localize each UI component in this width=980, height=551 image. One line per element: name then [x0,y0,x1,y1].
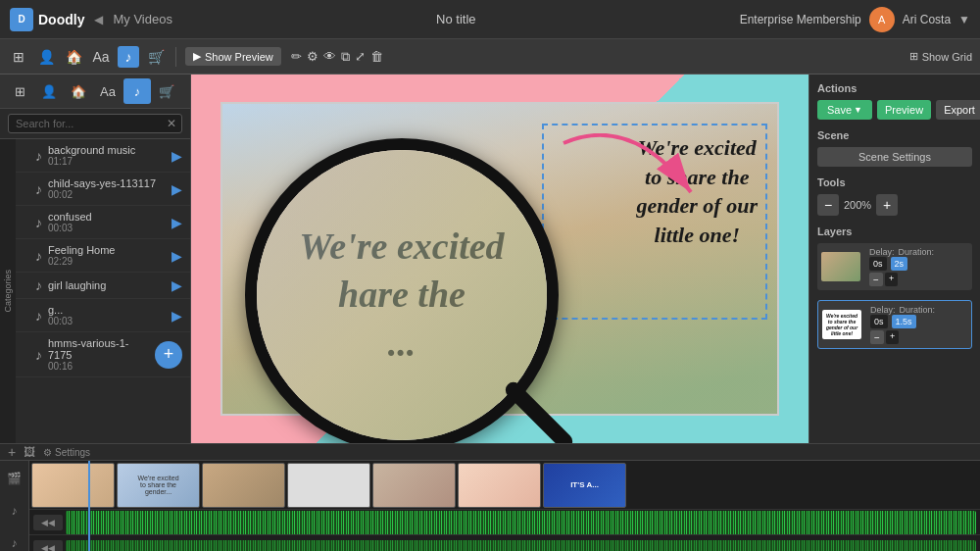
timeline-image-icon[interactable]: 🖼 [24,445,35,459]
play-icon[interactable]: ▶ [172,248,182,264]
user-menu-icon[interactable]: ▼ [958,13,970,26]
layer-item-1[interactable]: Delay: Duration: 0s 2s − + [817,243,972,290]
audio-track-icon-1: ♪ [12,504,18,518]
waveform-visual-1 [66,511,976,534]
export-button[interactable]: Export [936,100,980,120]
props-icon[interactable]: 🏠 [63,46,84,68]
audio-name: g... [48,304,166,316]
sidebar-text-icon[interactable]: Aa [94,78,122,104]
save-button[interactable]: Save ▼ [817,100,872,120]
play-icon[interactable]: ▶ [172,181,182,197]
my-videos-link[interactable]: My Videos [113,12,172,26]
sidebar-person-icon[interactable]: 👤 [35,78,63,104]
timeline-tracks[interactable]: We're excitedto share thegender... IT'S … [29,461,980,551]
track-controls-2: ◀◀ [33,540,63,552]
layer-values-2: 0s 1.5s [870,315,967,328]
layer-duration-box-2[interactable]: 1.5s [892,315,916,328]
layer-step-minus-1[interactable]: − [869,273,883,286]
music-icon[interactable]: ♪ [118,46,139,68]
page-title[interactable]: No title [182,12,730,26]
audio-time: 01:17 [48,156,166,167]
scene-thumb-6[interactable] [458,463,541,508]
play-icon[interactable]: ▶ [172,308,182,324]
audio-name: girl laughing [48,279,166,291]
layer-row-2: We're excited to share the gender of our… [822,305,967,344]
characters-icon[interactable]: 👤 [35,46,57,68]
canvas-tools: ✏ ⚙ 👁 ⧉ ⤢ 🗑 [291,49,383,65]
layer-controls-2: Delay: Duration: 0s 1.5s − + [870,305,967,344]
audio-waveform-1[interactable] [66,511,976,534]
layer-duration-box-1[interactable]: 2s [891,257,908,271]
play-icon[interactable]: ▶ [172,277,182,293]
audio-track-row-1: ◀◀ [29,510,980,535]
layer-thumb-1 [821,252,860,281]
preview-button[interactable]: Preview [877,100,931,120]
avatar[interactable]: A [869,7,895,32]
search-clear-icon[interactable]: ✕ [167,117,176,130]
sidebar-cart-icon[interactable]: 🛒 [153,78,180,104]
pencil-icon[interactable]: ✏ [291,49,302,64]
logo: D Doodly [10,8,84,31]
scene-thumb-7[interactable]: IT'S A... [543,463,626,508]
timeline-add-icon[interactable]: + [8,444,16,460]
scene-thumb-1[interactable] [31,463,115,508]
preview-label: Preview [885,104,923,116]
scenes-icon[interactable]: ⊞ [8,46,29,68]
audio-item-4[interactable]: ♪ Feeling Home 02:29 ▶ [16,239,190,273]
scene-settings-button[interactable]: Scene Settings [817,147,972,167]
text-icon[interactable]: Aa [90,46,112,68]
play-icon: ▶ [193,50,201,63]
cart-icon[interactable]: 🛒 [145,46,167,68]
playhead[interactable] [88,461,90,551]
layer-delay-box-1[interactable]: 0s [869,257,887,271]
sidebar-icon-bar: ⊞ 👤 🏠 Aa ♪ 🛒 [0,75,190,109]
note-icon: ♪ [35,308,42,324]
show-preview-button[interactable]: ▶ Show Preview [185,47,281,66]
add-audio-button[interactable]: + [155,341,182,369]
audio-time: 00:16 [48,361,149,372]
track-playback-icon[interactable]: ◀◀ [41,543,55,552]
trash-icon[interactable]: 🗑 [370,49,383,64]
audio-item-3[interactable]: ♪ confused 00:03 ▶ [16,206,190,239]
scene-thumb-5[interactable] [372,463,456,508]
layer-values-1: 0s 2s [869,257,968,271]
scene-thumb-2[interactable]: We're excitedto share thegender... [117,463,200,508]
dur-label: Duration: [899,247,935,257]
layer-delay-dur-2: Delay: Duration: [870,305,967,315]
audio-item-6[interactable]: ♪ g... 00:03 ▶ [16,299,190,332]
play-icon[interactable]: ▶ [172,148,182,164]
copy-icon[interactable]: ⧉ [341,49,350,65]
zoom-plus-button[interactable]: + [876,194,898,216]
audio-time: 00:03 [48,316,166,326]
layer-delay-box-2[interactable]: 0s [870,315,888,328]
move-icon[interactable]: ⤢ [355,49,366,64]
audio-item-7[interactable]: ♪ hmms-various-1-7175 00:16 + [16,332,190,377]
play-icon[interactable]: ▶ [172,215,182,230]
person-icon[interactable]: 👁 [323,49,336,64]
scene-thumb-4[interactable] [287,463,370,508]
layer-row-1: Delay: Duration: 0s 2s − + [821,247,968,286]
sidebar-props-icon[interactable]: 🏠 [65,78,92,104]
audio-item-5[interactable]: ♪ girl laughing ▶ [16,273,190,299]
track-controls-1: ◀◀ [33,515,63,530]
sidebar-grid-icon[interactable]: ⊞ [6,78,33,104]
sidebar-music-icon[interactable]: ♪ [123,78,151,104]
note-icon: ♪ [35,277,42,293]
audio-name: hmms-various-1-7175 [48,337,149,361]
audio-time: 02:29 [48,256,166,267]
zoom-minus-button[interactable]: − [817,194,839,216]
save-dropdown-arrow[interactable]: ▼ [854,105,862,115]
logo-icon: D [10,8,33,31]
audio-waveform-2[interactable] [66,540,976,552]
audio-item-2[interactable]: ♪ child-says-yes-113117 00:02 ▶ [16,173,190,206]
timeline-settings-label[interactable]: ⚙ Settings [43,447,90,458]
layer-item-2[interactable]: We're excited to share the gender of our… [817,300,972,349]
search-input[interactable] [8,114,182,133]
audio-list: ♪ background music 01:17 ▶ ♪ child-says-… [16,139,190,377]
layer-step-minus-2[interactable]: − [870,330,884,344]
settings-icon[interactable]: ⚙ [307,49,318,64]
scene-thumb-3[interactable] [202,463,285,508]
audio-item-1[interactable]: ♪ background music 01:17 ▶ [16,139,190,173]
show-grid-button[interactable]: ⊞ Show Grid [909,50,972,63]
track-mute-icon[interactable]: ◀◀ [41,518,55,527]
